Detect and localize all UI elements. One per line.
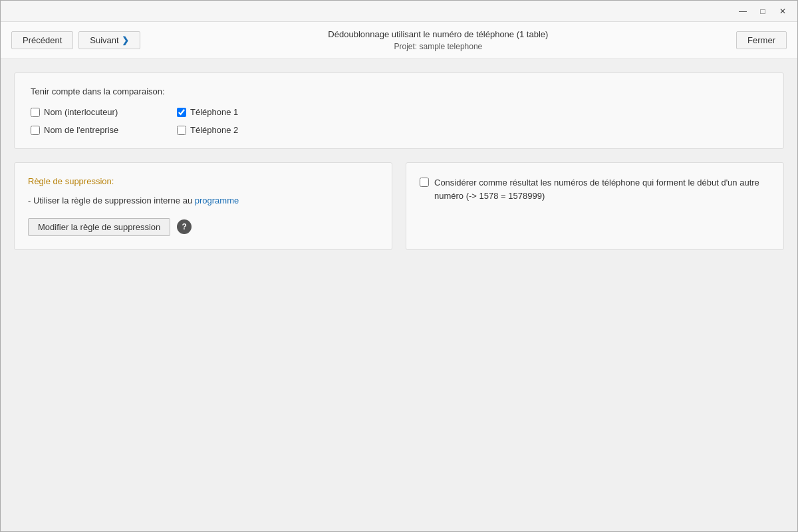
checkbox-telephone1-input[interactable]	[177, 108, 186, 117]
checkbox-telephone2-label: Téléphone 2	[190, 125, 238, 135]
checkbox-nom-interlocuteur[interactable]: Nom (interlocuteur)	[31, 107, 177, 117]
title-bar: — □ ✕	[1, 1, 797, 22]
next-button[interactable]: Suivant ❯	[78, 31, 140, 49]
next-arrow-icon: ❯	[122, 35, 129, 45]
window-close-button[interactable]: ✕	[773, 4, 792, 19]
main-window: — □ ✕ Précédent Suivant ❯ Dédoublonnage …	[0, 0, 798, 532]
checkbox-telephone2-input[interactable]	[177, 126, 186, 135]
modify-row: Modifier la règle de suppression ?	[28, 218, 378, 236]
checkbox-nom-interlocuteur-label: Nom (interlocuteur)	[44, 107, 118, 117]
checkbox-nom-interlocuteur-input[interactable]	[31, 108, 40, 117]
next-label: Suivant	[90, 35, 118, 45]
maximize-button[interactable]: □	[753, 4, 772, 19]
modify-rule-button[interactable]: Modifier la règle de suppression	[28, 218, 170, 236]
checkboxes-grid: Nom (interlocuteur) Téléphone 1 Nom de l…	[31, 107, 767, 135]
suppression-link[interactable]: programme	[195, 196, 239, 205]
suppression-panel-text: - Utiliser la règle de suppression inter…	[28, 194, 378, 207]
main-content: Tenir compte dans la comparaison: Nom (i…	[1, 59, 797, 531]
toolbar-title: Dédoublonnage utilisant le numéro de tél…	[328, 28, 548, 41]
previous-button[interactable]: Précédent	[11, 31, 73, 49]
checkbox-telephone1[interactable]: Téléphone 1	[177, 107, 323, 117]
window-controls: — □ ✕	[733, 4, 792, 19]
checkbox-telephone1-label: Téléphone 1	[190, 107, 238, 117]
suppression-text-prefix: - Utiliser la règle de suppression inter…	[28, 196, 195, 205]
suppression-panel-title: Règle de suppression:	[28, 176, 378, 186]
minimize-button[interactable]: —	[733, 4, 752, 19]
bottom-panels: Règle de suppression: - Utiliser la règl…	[14, 162, 784, 250]
suppression-panel: Règle de suppression: - Utiliser la règl…	[14, 162, 392, 250]
toolbar-center: Dédoublonnage utilisant le numéro de tél…	[140, 28, 736, 53]
consider-checkbox-row: Considérer comme résultat les numéros de…	[420, 176, 770, 202]
comparison-box: Tenir compte dans la comparaison: Nom (i…	[14, 72, 784, 149]
checkbox-telephone2[interactable]: Téléphone 2	[177, 125, 323, 135]
consider-checkbox-input[interactable]	[420, 178, 429, 187]
close-button[interactable]: Fermer	[736, 31, 787, 49]
consider-panel: Considérer comme résultat les numéros de…	[406, 162, 784, 250]
toolbar-left: Précédent Suivant ❯	[11, 31, 140, 49]
help-icon[interactable]: ?	[177, 219, 192, 234]
toolbar-subtitle: Projet: sample telephone	[394, 41, 483, 53]
checkbox-nom-entreprise-input[interactable]	[31, 126, 40, 135]
checkbox-nom-entreprise[interactable]: Nom de l'entreprise	[31, 125, 177, 135]
toolbar: Précédent Suivant ❯ Dédoublonnage utilis…	[1, 22, 797, 59]
toolbar-right: Fermer	[736, 31, 787, 49]
checkbox-nom-entreprise-label: Nom de l'entreprise	[44, 125, 118, 135]
consider-text: Considérer comme résultat les numéros de…	[434, 176, 770, 202]
comparison-title: Tenir compte dans la comparaison:	[31, 86, 767, 96]
